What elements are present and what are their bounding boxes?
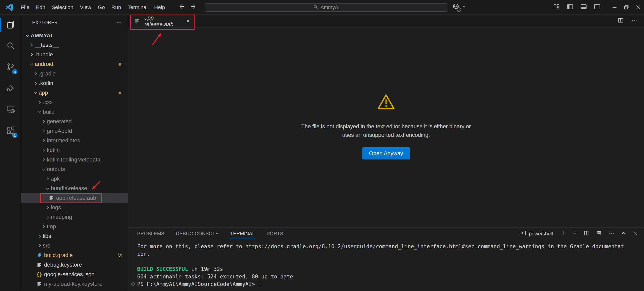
chevron-down-icon: [28, 61, 35, 67]
tree-item-.cxx[interactable]: .cxx: [21, 98, 128, 107]
maximize-panel-icon[interactable]: [621, 230, 626, 237]
new-terminal-icon[interactable]: [560, 230, 566, 238]
tree-item-android[interactable]: android: [21, 59, 128, 69]
forward-button[interactable]: [190, 3, 197, 11]
chevron-right-icon: [44, 214, 51, 220]
tree-item-gmpappid[interactable]: gmpAppId: [21, 126, 128, 136]
panel-tabs: PROBLEMSDEBUG CONSOLETERMINALPORTS: [137, 229, 283, 238]
tree-item-libs[interactable]: libs: [21, 231, 128, 241]
panel: PROBLEMSDEBUG CONSOLETERMINALPORTS power…: [128, 227, 644, 291]
editor-group: app-release.aab: [128, 15, 644, 291]
terminal-output[interactable]: For more on this, please refer to https:…: [128, 240, 644, 291]
chevron-right-icon: [28, 42, 35, 48]
activity-item-explorer[interactable]: [0, 15, 21, 36]
minimize-button[interactable]: [609, 0, 620, 15]
tree-item-google-services.json[interactable]: {}google-services.json: [21, 270, 128, 279]
tree-item-logs[interactable]: logs: [21, 203, 128, 212]
chevron-down-icon: [462, 4, 466, 10]
menu-bar: FileEditSelectionViewGoRunTerminalHelp: [18, 3, 168, 12]
editor-more-actions-icon[interactable]: [631, 17, 637, 25]
toggle-secondary-sidebar-icon[interactable]: [593, 3, 601, 12]
panel-tab-ports[interactable]: PORTS: [267, 229, 283, 238]
tree-item-build[interactable]: build: [21, 107, 128, 117]
toggle-primary-sidebar-icon[interactable]: [566, 3, 574, 12]
search-icon: [6, 41, 15, 52]
tree-item-intermediates[interactable]: intermediates: [21, 136, 128, 145]
activity-bar: 81: [0, 15, 21, 291]
chevron-right-icon: [36, 243, 43, 248]
editor-content: The file is not displayed in the text ed…: [128, 27, 644, 227]
activity-item-run-and-debug[interactable]: [0, 78, 21, 99]
split-editor-icon[interactable]: [617, 17, 624, 25]
tree-item-tmp[interactable]: tmp: [21, 222, 128, 231]
close-tab-icon[interactable]: [185, 19, 191, 24]
close-panel-icon[interactable]: [632, 230, 638, 237]
panel-tab-terminal[interactable]: TERMINAL: [230, 229, 255, 238]
tab-bar: app-release.aab: [128, 15, 644, 27]
open-anyway-button[interactable]: Open Anyway: [362, 147, 410, 159]
tree-item-kotlin[interactable]: kotlin: [21, 145, 128, 155]
close-window-button[interactable]: [632, 0, 644, 15]
explorer-title: EXPLORER: [32, 20, 58, 25]
tree-item-mapping[interactable]: mapping: [21, 212, 128, 222]
chevron-down-icon: [24, 33, 31, 38]
menu-view[interactable]: View: [77, 3, 94, 12]
chevron-right-icon: [44, 205, 51, 210]
tree-item--tests-[interactable]: __tests__: [21, 40, 128, 50]
chevron-right-icon: [36, 100, 43, 105]
tree-item-src[interactable]: src: [21, 241, 128, 251]
toggle-panel-icon[interactable]: [580, 3, 587, 12]
title-bar: FileEditSelectionViewGoRunTerminalHelp A…: [0, 0, 644, 15]
gradle-icon: [36, 253, 42, 258]
chevron-down-icon: [44, 186, 51, 191]
restore-button[interactable]: [620, 0, 632, 15]
chevron-right-icon: [40, 138, 47, 143]
tree-item-bundle-release[interactable]: bundle\release: [21, 184, 128, 193]
tree-item-outputs[interactable]: outputs: [21, 164, 128, 174]
terminal-instance[interactable]: powershell: [520, 230, 553, 237]
activity-item-remote-explorer[interactable]: [0, 99, 21, 120]
tree-item-app-release.aab[interactable]: app-release.aab: [21, 193, 128, 203]
tree-item-generated[interactable]: generated: [21, 117, 128, 126]
tree-item-debug.keystore[interactable]: debug.keystore: [21, 260, 128, 270]
menu-selection[interactable]: Selection: [48, 3, 77, 12]
chevron-right-icon: [40, 157, 47, 162]
menu-edit[interactable]: Edit: [33, 3, 48, 12]
copilot-disabled-badge: ✕: [457, 8, 461, 12]
panel-tab-debug-console[interactable]: DEBUG CONSOLE: [176, 229, 219, 238]
menu-terminal[interactable]: Terminal: [124, 3, 151, 12]
terminal-shell-label: powershell: [529, 231, 553, 237]
activity-item-search[interactable]: [0, 36, 21, 57]
menu-file[interactable]: File: [18, 3, 33, 12]
git-modified-badge: M: [118, 252, 122, 258]
back-button[interactable]: [178, 3, 185, 11]
tree-item-kotlintoolingmetadata[interactable]: kotlinToolingMetadata: [21, 155, 128, 164]
customize-layout-icon[interactable]: [553, 3, 560, 12]
terminal-dropdown-icon[interactable]: [573, 231, 577, 237]
tree-item-.gradle[interactable]: .gradle: [21, 69, 128, 78]
tree-item-ammyai[interactable]: AMMYAI: [21, 31, 128, 40]
search-icon: [313, 4, 318, 11]
tree-item-.kotlin[interactable]: .kotlin: [21, 78, 128, 88]
panel-tab-problems[interactable]: PROBLEMS: [137, 229, 164, 238]
split-terminal-icon[interactable]: [583, 230, 590, 238]
tree-item-my-upload-key.keystore[interactable]: my-upload-key.keystore: [21, 279, 128, 289]
copilot-menu[interactable]: ✕: [452, 3, 466, 11]
menu-go[interactable]: Go: [95, 3, 108, 12]
explorer-more-actions-icon[interactable]: [116, 19, 122, 26]
tree-item-apk[interactable]: apk: [21, 174, 128, 184]
tab-app-release[interactable]: app-release.aab: [131, 15, 194, 27]
tree-item-.bundle[interactable]: .bundle: [21, 50, 128, 59]
terminal-line: [137, 258, 644, 265]
menu-help[interactable]: Help: [151, 3, 168, 12]
panel-more-actions-icon[interactable]: [608, 230, 615, 238]
tree-item-app[interactable]: app: [21, 88, 128, 98]
search-input[interactable]: AmmyAI: [205, 3, 448, 12]
menu-run[interactable]: Run: [108, 3, 125, 12]
file-icon: [36, 262, 42, 268]
activity-item-extensions[interactable]: 1: [0, 120, 21, 141]
tree-item-build.gradle[interactable]: build.gradleM: [21, 251, 128, 260]
file-icon: [36, 281, 42, 287]
kill-terminal-icon[interactable]: [596, 230, 602, 237]
activity-item-source-control[interactable]: 8: [0, 57, 21, 78]
